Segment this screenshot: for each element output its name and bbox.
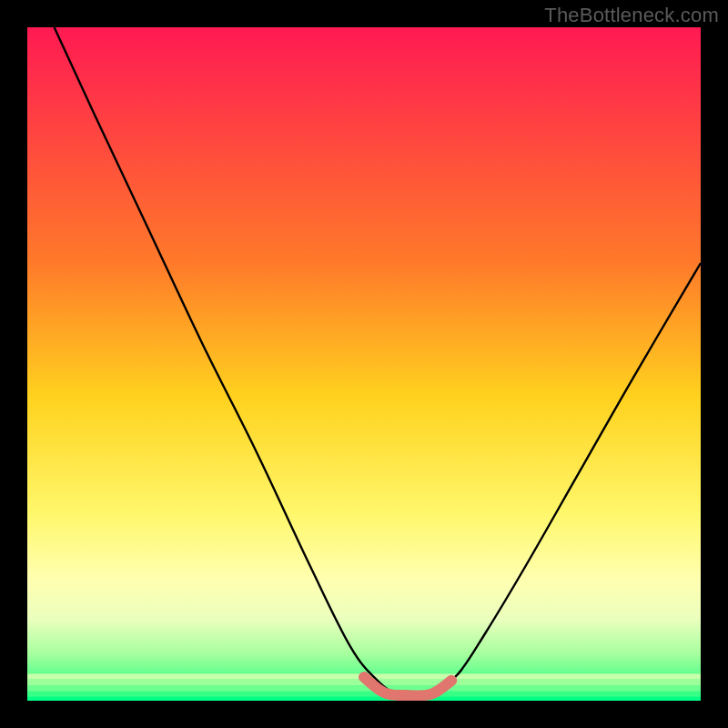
chart-frame: TheBottleneck.com (0, 0, 728, 728)
watermark-text: TheBottleneck.com (544, 4, 719, 27)
gradient-background (27, 27, 701, 701)
svg-rect-2 (27, 692, 701, 697)
svg-rect-3 (27, 685, 701, 692)
bottleneck-chart (0, 0, 728, 728)
svg-rect-1 (27, 697, 701, 701)
